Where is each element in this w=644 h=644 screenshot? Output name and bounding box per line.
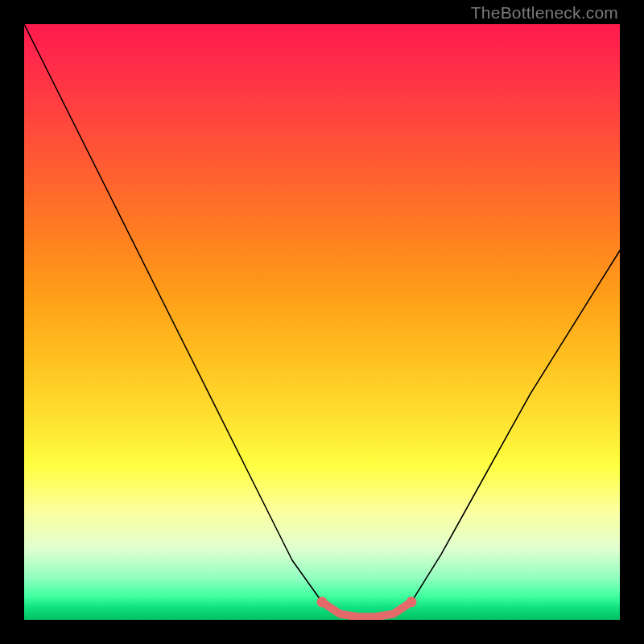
optimal-band-dot-right — [407, 597, 417, 607]
optimal-band — [322, 602, 411, 617]
curve-layer — [24, 24, 620, 620]
plot-area — [24, 24, 620, 620]
watermark-text: TheBottleneck.com — [471, 3, 618, 23]
optimal-band-dot-left — [317, 597, 328, 607]
bottleneck-curve — [24, 24, 620, 617]
chart-frame: TheBottleneck.com — [0, 0, 644, 644]
